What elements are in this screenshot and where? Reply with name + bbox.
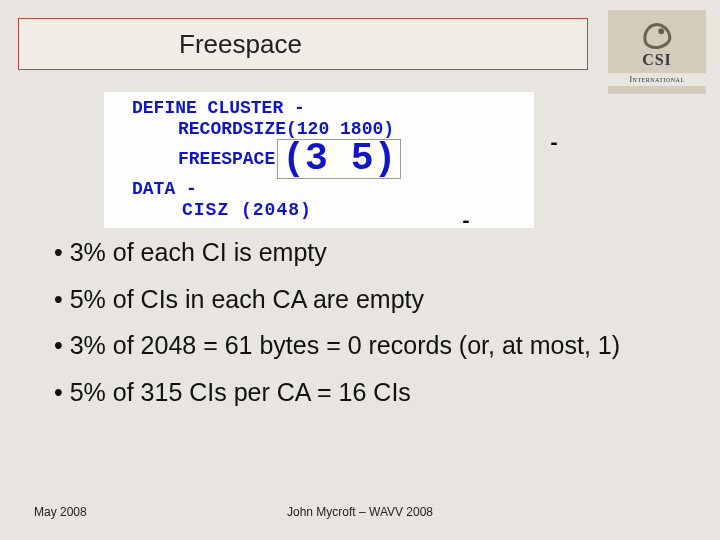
continuation-dash-2: -	[460, 210, 472, 233]
bullet-item: 5% of CIs in each CA are empty	[54, 284, 660, 315]
code-line-1: DEFINE CLUSTER -	[132, 98, 524, 119]
code-line-5: CISZ (2048)	[182, 200, 524, 221]
bullet-item: 5% of 315 CIs per CA = 16 CIs	[54, 377, 660, 408]
bullet-item: 3% of 2048 = 61 bytes = 0 records (or, a…	[54, 330, 660, 361]
slide-title: Freespace	[179, 29, 302, 60]
slide-title-box: Freespace	[18, 18, 588, 70]
logo-abbrev: CSI	[642, 51, 672, 69]
code-line-2: RECORDSIZE(120 1800)	[178, 119, 524, 140]
logo-subtext: International	[608, 73, 706, 86]
logo-top: CSI	[608, 19, 706, 73]
code-freespace-value: (3 5)	[277, 139, 401, 179]
footer-author: John Mycroft – WAVV 2008	[0, 505, 720, 519]
code-freespace-keyword: FREESPACE	[178, 149, 275, 170]
bullet-list: 3% of each CI is empty 5% of CIs in each…	[54, 237, 660, 423]
csi-logo: CSI International	[608, 10, 706, 94]
code-line-3: FREESPACE (3 5)	[178, 139, 524, 179]
bullet-item: 3% of each CI is empty	[54, 237, 660, 268]
logo-glyph-icon	[641, 20, 673, 50]
continuation-dash-1: -	[548, 132, 560, 155]
code-line-4: DATA -	[132, 179, 524, 200]
code-snippet: DEFINE CLUSTER - RECORDSIZE(120 1800) FR…	[104, 92, 534, 228]
